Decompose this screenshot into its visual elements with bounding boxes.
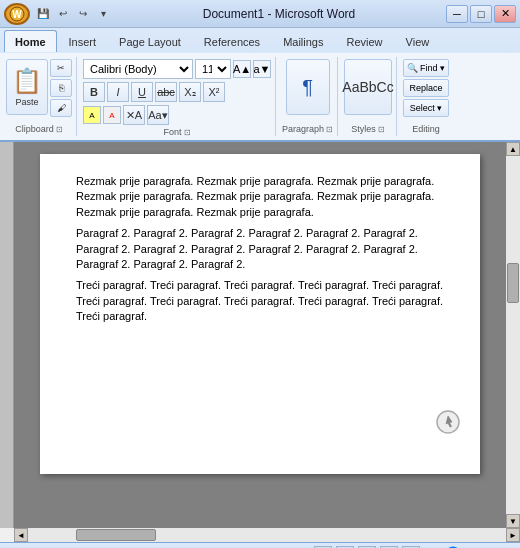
paragraph-2: Paragraf 2. Paragraf 2. Paragraf 2. Para…: [76, 226, 444, 272]
change-case-button[interactable]: Aa▾: [147, 105, 169, 125]
replace-button[interactable]: Replace: [403, 79, 449, 97]
clear-format-button[interactable]: ✕A: [123, 105, 145, 125]
find-icon: 🔍: [407, 63, 418, 73]
paste-icon: 📋: [12, 67, 42, 95]
paragraph-group: ¶ Paragraph ⊡: [278, 57, 338, 136]
grow-font-button[interactable]: A▲: [233, 60, 251, 78]
tab-review[interactable]: Review: [335, 30, 393, 52]
office-button[interactable]: W: [4, 3, 30, 25]
subscript-button[interactable]: X₂: [179, 82, 201, 102]
undo-quick-btn[interactable]: ↩: [54, 5, 72, 23]
minimize-button[interactable]: ─: [446, 5, 468, 23]
tab-insert[interactable]: Insert: [58, 30, 108, 52]
save-quick-btn[interactable]: 💾: [34, 5, 52, 23]
font-expand-icon[interactable]: ⊡: [184, 128, 191, 137]
window-controls: ─ □ ✕: [446, 5, 516, 23]
window-title: Document1 - Microsoft Word: [112, 7, 446, 21]
font-row3: A A ✕A Aa▾: [83, 105, 271, 125]
strikethrough-button[interactable]: abc: [155, 82, 177, 102]
redo-quick-btn[interactable]: ↪: [74, 5, 92, 23]
paragraph-3: Treći paragraf. Treći paragraf. Treći pa…: [76, 278, 444, 324]
font-size-select[interactable]: 11: [195, 59, 231, 79]
document-page[interactable]: Rezmak prije paragrafa. Rezmak prije par…: [40, 154, 480, 474]
font-row1: Calibri (Body) 11 A▲ a▼: [83, 59, 271, 79]
paragraph-button[interactable]: ¶: [286, 59, 330, 115]
document-main[interactable]: Rezmak prije paragrafa. Rezmak prije par…: [14, 142, 506, 528]
tab-home[interactable]: Home: [4, 30, 57, 52]
customize-quick-btn[interactable]: ▾: [94, 5, 112, 23]
font-color-button[interactable]: A: [103, 106, 121, 124]
paragraph-group-content: ¶: [286, 59, 330, 122]
paragraph-expand-icon[interactable]: ⊡: [326, 125, 333, 134]
svg-text:W: W: [12, 9, 22, 20]
paragraph-1: Rezmak prije paragrafa. Rezmak prije par…: [76, 174, 444, 220]
clipboard-group-content: 📋 Paste ✂ ⎘ 🖌: [6, 59, 72, 122]
styles-group: AaBbCc Styles ⊡: [340, 57, 397, 136]
paste-button[interactable]: 📋 Paste: [6, 59, 48, 115]
cut-button[interactable]: ✂: [50, 59, 72, 77]
styles-button[interactable]: AaBbCc: [344, 59, 392, 115]
styles-label: Styles ⊡: [351, 122, 385, 134]
font-group-inner: Calibri (Body) 11 A▲ a▼ B I U abc X₂: [83, 59, 271, 125]
format-painter-button[interactable]: 🖌: [50, 99, 72, 117]
tab-view[interactable]: View: [395, 30, 441, 52]
document-area: Rezmak prije paragrafa. Rezmak prije par…: [0, 142, 520, 528]
find-button[interactable]: 🔍 Find ▾: [403, 59, 449, 77]
paste-label: Paste: [15, 97, 38, 107]
close-button[interactable]: ✕: [494, 5, 516, 23]
font-label: Font ⊡: [163, 125, 190, 137]
select-button[interactable]: Select ▾: [403, 99, 449, 117]
editing-buttons: 🔍 Find ▾ Replace Select ▾: [403, 59, 449, 117]
styles-expand-icon[interactable]: ⊡: [378, 125, 385, 134]
scroll-right-button[interactable]: ►: [506, 528, 520, 542]
shrink-font-button[interactable]: a▼: [253, 60, 271, 78]
font-row2: B I U abc X₂ X²: [83, 82, 271, 102]
ruler-sidebar: [0, 142, 14, 528]
underline-button[interactable]: U: [131, 82, 153, 102]
title-bar-left: W 💾 ↩ ↪ ▾: [4, 3, 112, 25]
editing-label: Editing: [412, 122, 440, 134]
horizontal-scrollbar[interactable]: ◄ ►: [14, 528, 520, 542]
ribbon: Home Insert Page Layout References Maili…: [0, 28, 520, 142]
hscroll-thumb[interactable]: [76, 529, 156, 541]
bold-button[interactable]: B: [83, 82, 105, 102]
editing-group: 🔍 Find ▾ Replace Select ▾ Editing: [399, 57, 453, 136]
ribbon-content: 📋 Paste ✂ ⎘ 🖌 Clipboard ⊡: [0, 52, 520, 140]
vertical-scrollbar[interactable]: ▲ ▼: [506, 142, 520, 528]
scroll-thumb[interactable]: [507, 263, 519, 303]
copy-button[interactable]: ⎘: [50, 79, 72, 97]
title-bar: W 💾 ↩ ↪ ▾ Document1 - Microsoft Word ─ □…: [0, 0, 520, 28]
tab-page-layout[interactable]: Page Layout: [108, 30, 192, 52]
clipboard-label: Clipboard ⊡: [15, 122, 63, 134]
font-group: Calibri (Body) 11 A▲ a▼ B I U abc X₂: [79, 57, 276, 136]
highlight-color-button[interactable]: A: [83, 106, 101, 124]
hscroll-track[interactable]: [28, 528, 506, 542]
quick-access-toolbar: 💾 ↩ ↪ ▾: [34, 5, 112, 23]
styles-icon: AaBbCc: [342, 79, 393, 95]
font-group-content: Calibri (Body) 11 A▲ a▼ B I U abc X₂: [83, 59, 271, 125]
clipboard-expand-icon[interactable]: ⊡: [56, 125, 63, 134]
cursor-icon: [436, 410, 460, 434]
paragraph-label: Paragraph ⊡: [282, 122, 333, 134]
tab-mailings[interactable]: Mailings: [272, 30, 334, 52]
editing-group-content: 🔍 Find ▾ Replace Select ▾: [403, 59, 449, 122]
ribbon-tabs: Home Insert Page Layout References Maili…: [0, 28, 520, 52]
scroll-up-button[interactable]: ▲: [506, 142, 520, 156]
clipboard-small-btns: ✂ ⎘ 🖌: [50, 59, 72, 117]
bottom-area: ◄ ► Page: 1 of 1 Words: 94 📄 📖 🌐 ≡ 📝 100…: [0, 528, 520, 548]
scroll-down-button[interactable]: ▼: [506, 514, 520, 528]
italic-button[interactable]: I: [107, 82, 129, 102]
clipboard-group: 📋 Paste ✂ ⎘ 🖌 Clipboard ⊡: [2, 57, 77, 136]
maximize-button[interactable]: □: [470, 5, 492, 23]
tab-references[interactable]: References: [193, 30, 271, 52]
paragraph-icon: ¶: [302, 76, 313, 99]
superscript-button[interactable]: X²: [203, 82, 225, 102]
status-bar: Page: 1 of 1 Words: 94 📄 📖 🌐 ≡ 📝 100%: [0, 542, 520, 548]
scroll-track[interactable]: [506, 156, 520, 514]
scroll-left-button[interactable]: ◄: [14, 528, 28, 542]
styles-group-content: AaBbCc: [344, 59, 392, 122]
font-family-select[interactable]: Calibri (Body): [83, 59, 193, 79]
